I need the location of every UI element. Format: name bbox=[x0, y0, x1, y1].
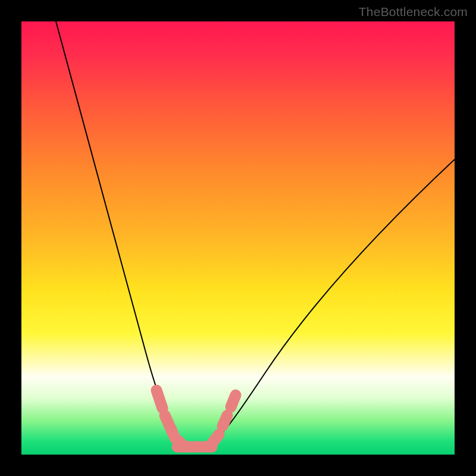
right-curve bbox=[208, 159, 455, 447]
left-curve bbox=[56, 21, 187, 447]
chart-container: TheBottleneck.com bbox=[0, 0, 476, 476]
valley-marker-left bbox=[156, 390, 185, 447]
watermark-text: TheBottleneck.com bbox=[359, 5, 468, 19]
plot-area bbox=[21, 21, 455, 455]
curves-svg bbox=[21, 21, 455, 455]
